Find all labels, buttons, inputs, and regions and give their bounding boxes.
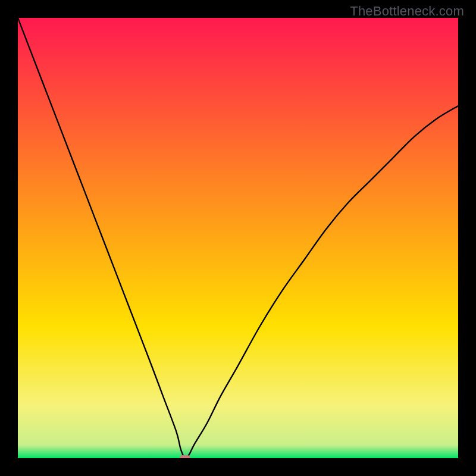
plot-area xyxy=(18,18,458,458)
bottleneck-curve xyxy=(18,18,458,458)
minimum-marker xyxy=(180,455,190,458)
watermark-text: TheBottleneck.com xyxy=(350,4,464,19)
chart-frame: TheBottleneck.com xyxy=(0,0,476,476)
